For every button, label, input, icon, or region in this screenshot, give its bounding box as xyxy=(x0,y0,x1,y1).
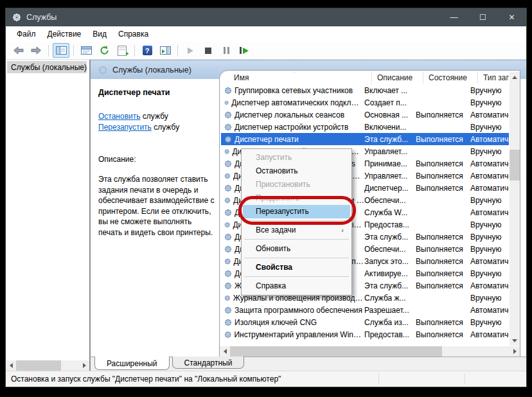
service-row[interactable]: Группировка сетевых участниковВключает .… xyxy=(221,84,509,96)
forward-icon[interactable] xyxy=(28,43,44,58)
start-service-icon[interactable] xyxy=(182,43,199,58)
submenu-arrow-icon: › xyxy=(341,224,344,237)
service-row[interactable]: Изоляция ключей CNGСлужба из...Выполняет… xyxy=(221,316,509,328)
service-startup-type-cell: Вручную xyxy=(470,294,509,303)
scroll-up-icon[interactable] xyxy=(510,72,520,82)
restart-service-link[interactable]: Перезапустить xyxy=(98,123,152,132)
service-description-cell: Включени... xyxy=(364,123,416,132)
service-row[interactable]: Диспетчер настройки устройствВключени...… xyxy=(221,121,509,133)
menu-file[interactable]: Файл xyxy=(11,28,42,40)
window-title: Службы xyxy=(26,13,439,22)
minimize-button[interactable]: — xyxy=(439,8,468,26)
menu-item-свойства[interactable]: Свойства xyxy=(243,261,350,274)
gear-icon xyxy=(224,331,231,339)
menu-item-остановить[interactable]: Остановить xyxy=(243,164,350,178)
service-description-cell: Предостав... xyxy=(364,330,416,339)
menu-view[interactable]: Вид xyxy=(87,28,112,40)
show-action-pane-icon[interactable] xyxy=(157,43,173,58)
menu-help[interactable]: Справка xyxy=(112,28,154,40)
service-status-cell: Выполняется xyxy=(416,110,470,119)
list-vertical-scrollbar[interactable] xyxy=(510,72,520,346)
scroll-right-icon[interactable] xyxy=(510,346,520,357)
service-row[interactable]: Инструментарий управления WindowsПредост… xyxy=(221,328,509,340)
service-description-cell: Включает ... xyxy=(364,86,416,95)
properties-icon[interactable] xyxy=(78,43,94,58)
gear-icon xyxy=(224,221,230,229)
column-header-startup-type[interactable]: Тип запуска xyxy=(478,72,509,84)
menu-bar: Файл Действие Вид Справка xyxy=(6,26,526,42)
export-list-icon[interactable] xyxy=(114,43,130,58)
pause-service-icon[interactable] xyxy=(218,43,235,58)
service-row[interactable]: Защита программного обеспеченияРазрешает… xyxy=(221,304,509,316)
toolbar-separator xyxy=(177,45,178,57)
column-header-description[interactable]: Описание xyxy=(372,72,423,84)
gear-icon xyxy=(224,160,232,168)
menu-action[interactable]: Действие xyxy=(42,28,87,40)
menu-item-запустить: Запустить xyxy=(243,151,350,164)
service-name: Диспетчер автоматических подключений уда… xyxy=(231,98,364,107)
service-startup-type-cell: Автоматически xyxy=(470,257,509,266)
service-row[interactable]: Диспетчер печатиЭта служб...ВыполняетсяА… xyxy=(221,133,509,145)
service-description-cell: Управляет... xyxy=(364,147,416,156)
show-console-tree-icon[interactable] xyxy=(53,43,69,58)
refresh-icon[interactable] xyxy=(96,43,112,58)
service-description-cell: Создает п... xyxy=(364,98,416,107)
service-startup-type-cell: Вручную xyxy=(470,233,509,242)
toolbar-separator xyxy=(48,45,49,57)
tree-item-services-local[interactable]: Службы (локальные) xyxy=(7,61,87,73)
service-startup-type-cell: Автоматически xyxy=(470,306,509,315)
scroll-left-icon[interactable] xyxy=(6,360,16,371)
help-icon[interactable]: ? xyxy=(139,43,155,58)
service-status-cell: Выполняется xyxy=(416,330,470,339)
restart-service-icon[interactable] xyxy=(236,43,253,58)
service-description-cell: Основная ... xyxy=(364,110,416,119)
column-header-name[interactable]: Имя ⌃ xyxy=(229,72,372,84)
menu-item-справка[interactable]: Справка xyxy=(243,279,350,293)
gear-icon xyxy=(224,245,232,253)
service-status-cell: Выполняется xyxy=(416,233,470,242)
scrollbar-thumb[interactable] xyxy=(230,346,442,357)
service-description-cell: Эта служб... xyxy=(364,281,416,290)
close-button[interactable]: ✕ xyxy=(497,8,526,26)
back-icon[interactable] xyxy=(10,43,26,58)
menu-item-приостановить: Приостановить xyxy=(243,178,350,191)
gear-icon xyxy=(98,66,107,75)
scroll-down-icon[interactable] xyxy=(510,335,520,346)
toolbar: ? xyxy=(6,42,526,60)
tree-horizontal-scrollbar[interactable] xyxy=(6,360,89,371)
service-word: службу xyxy=(154,123,179,132)
menu-separator xyxy=(243,256,350,261)
stop-service-link[interactable]: Остановить xyxy=(98,112,141,121)
scrollbar-thumb[interactable] xyxy=(510,150,520,181)
scroll-right-icon[interactable] xyxy=(79,360,89,371)
service-startup-type-cell: Вручную xyxy=(470,318,509,327)
tab-standard[interactable]: Стандартный xyxy=(172,357,245,369)
service-startup-type-cell: Автоматически xyxy=(470,110,509,119)
maximize-button[interactable]: ☐ xyxy=(468,8,497,26)
view-tabs: Расширенный Стандартный xyxy=(91,357,526,371)
column-header-status[interactable]: Состояние xyxy=(423,72,478,84)
menu-item-перезапустить[interactable]: Перезапустить xyxy=(243,205,350,218)
service-startup-type-cell: Автоматически xyxy=(470,281,509,290)
list-horizontal-scrollbar[interactable] xyxy=(220,346,520,357)
service-name: Диспетчер печати xyxy=(235,135,299,144)
service-description-cell: Активируе... xyxy=(364,269,416,278)
menu-item-обновить[interactable]: Обновить xyxy=(243,242,350,256)
stop-service-icon[interactable] xyxy=(200,43,217,58)
gear-icon xyxy=(224,197,231,204)
tab-extended[interactable]: Расширенный xyxy=(94,357,170,370)
service-row[interactable]: Диспетчер локальных сеансовОсновная ...В… xyxy=(221,109,509,121)
service-status-cell: Выполняется xyxy=(416,257,470,266)
sort-ascending-icon: ⌃ xyxy=(292,72,297,76)
service-startup-type-cell: Вручную xyxy=(470,196,509,205)
gear-icon xyxy=(224,258,231,265)
scroll-left-icon[interactable] xyxy=(220,346,230,357)
service-startup-type-cell: Вручную xyxy=(470,86,509,95)
service-row[interactable]: Диспетчер автоматических подключений уда… xyxy=(221,96,509,109)
gear-icon xyxy=(224,209,232,216)
service-description-cell: Служба ж... xyxy=(364,294,416,303)
menu-item-все-задачи[interactable]: Все задачи› xyxy=(243,224,350,237)
scrollbar-thumb[interactable] xyxy=(16,360,61,371)
service-startup-type-cell: Автоматически xyxy=(470,208,509,217)
service-startup-type-cell: Вручную xyxy=(470,147,509,156)
